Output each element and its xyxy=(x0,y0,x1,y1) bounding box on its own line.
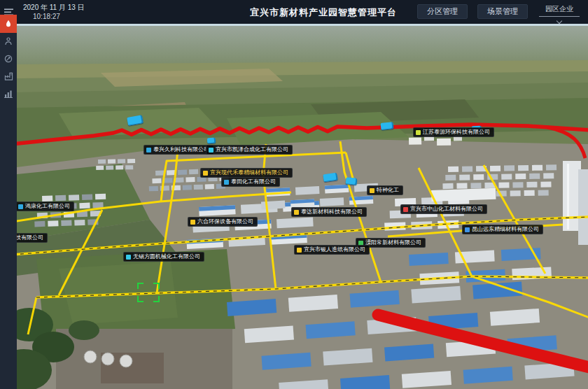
company-marker-icon xyxy=(224,180,229,185)
company-label[interactable]: 宜兴市银人造纸有限公司 xyxy=(294,245,370,255)
map-3d-view[interactable]: 泰兴久利科技有限公司宜兴市凯泽合成化工有限公司宜兴现代禾泰精细材料有限公司泰田化… xyxy=(17,24,588,389)
company-label-text: 昆山远东精细材料有限公司 xyxy=(472,227,539,232)
sidebar-item-gauge[interactable] xyxy=(0,50,17,68)
vehicle-marker-3d[interactable] xyxy=(381,122,394,130)
company-label-text: 泰田化工有限公司 xyxy=(231,179,276,185)
dropdown-divider xyxy=(539,16,580,17)
park-enterprises-dropdown[interactable]: 园区企业 xyxy=(538,4,581,23)
company-marker-icon xyxy=(18,204,23,209)
company-marker-icon xyxy=(126,255,131,260)
company-label-text: 六合环保设备有限公司 xyxy=(197,219,253,225)
company-marker-icon xyxy=(416,130,421,135)
page-title: 宜兴市新材料产业园智慧管理平台 xyxy=(250,6,397,19)
sidebar-item-personnel[interactable] xyxy=(0,32,17,50)
company-label[interactable]: 昆山远东精细材料有限公司 xyxy=(462,225,543,234)
zone-management-button[interactable]: 分区管理 xyxy=(417,4,468,19)
vehicle-marker-3d[interactable] xyxy=(346,177,358,185)
company-label-text: 鸿康化工有限公司 xyxy=(25,204,70,209)
company-label-text: 江苏泰源环保科技有限公司 xyxy=(423,129,490,135)
company-marker-icon xyxy=(403,207,408,212)
chevron-down-icon xyxy=(556,18,562,24)
company-label-text: 宜兴隔热材料科技有限公司 xyxy=(17,235,43,241)
gauge-icon xyxy=(4,55,13,63)
company-label[interactable]: 泰达新材料科技有限公司 xyxy=(291,207,367,217)
vehicle-marker-3d[interactable] xyxy=(207,137,216,143)
company-marker-icon xyxy=(190,220,195,225)
company-label[interactable]: 无锡方圆机械化工有限公司 xyxy=(123,252,204,262)
flame-icon xyxy=(4,19,13,29)
company-label-text: 泰达新材料科技有限公司 xyxy=(301,209,363,215)
company-marker-icon xyxy=(203,171,208,176)
company-label[interactable]: 泰田化工有限公司 xyxy=(221,177,280,187)
personnel-icon xyxy=(4,37,13,45)
company-label-text: 宜兴市中山化工材料有限公司 xyxy=(410,206,483,212)
company-label[interactable]: 六合环保设备有限公司 xyxy=(188,217,258,227)
company-marker-icon xyxy=(146,148,151,153)
header-bar: 2020 年 11 月 13 日 10:18:27 宜兴市新材料产业园智慧管理平… xyxy=(17,0,588,24)
company-label[interactable]: 宜兴市中山化工材料有限公司 xyxy=(400,204,487,214)
company-label-text: 宜兴市银人造纸有限公司 xyxy=(304,247,365,253)
app-window: 2020 年 11 月 13 日 10:18:27 宜兴市新材料产业园智慧管理平… xyxy=(0,0,588,389)
selection-box xyxy=(137,283,160,302)
company-label-text: 特种化工 xyxy=(377,188,399,193)
sidebar-item-fire[interactable] xyxy=(0,15,17,33)
company-marker-icon xyxy=(465,227,470,232)
company-label[interactable]: 江苏泰源环保科技有限公司 xyxy=(413,127,494,137)
company-label[interactable]: 宜兴现代禾泰精细材料有限公司 xyxy=(200,168,293,178)
company-label[interactable]: 特种化工 xyxy=(367,185,403,195)
company-label[interactable]: 宜兴隔热材料科技有限公司 xyxy=(17,233,48,243)
sidebar-item-factory[interactable] xyxy=(0,67,17,85)
scene-management-button[interactable]: 场景管理 xyxy=(477,4,528,19)
park-enterprises-label: 园区企业 xyxy=(545,4,573,15)
company-marker-icon xyxy=(209,148,214,153)
company-label[interactable]: 泰兴久利科技有限公司 xyxy=(144,145,214,155)
sidebar xyxy=(0,0,17,389)
company-label-text: 泰兴久利科技有限公司 xyxy=(153,147,209,153)
date-text: 2020 年 11 月 13 日 xyxy=(23,3,85,13)
company-label[interactable]: 鸿康化工有限公司 xyxy=(17,201,74,211)
company-label-text: 无锡方圆机械化工有限公司 xyxy=(133,254,200,260)
company-label-text: 宜兴现代禾泰精细材料有限公司 xyxy=(210,170,288,176)
company-label[interactable]: 宜兴市凯泽合成化工有限公司 xyxy=(206,145,293,155)
sidebar-item-stats[interactable] xyxy=(0,85,17,103)
company-marker-icon xyxy=(370,188,374,193)
map-scenery xyxy=(17,24,588,389)
company-marker-icon xyxy=(294,210,299,215)
company-label-text: 宜兴市凯泽合成化工有限公司 xyxy=(216,147,288,153)
bar-chart-icon xyxy=(4,90,13,98)
time-text: 10:18:27 xyxy=(33,13,60,20)
factory-icon xyxy=(4,72,13,80)
company-marker-icon xyxy=(297,248,302,253)
company-label-text: 溧阳常新材料有限公司 xyxy=(365,240,421,246)
